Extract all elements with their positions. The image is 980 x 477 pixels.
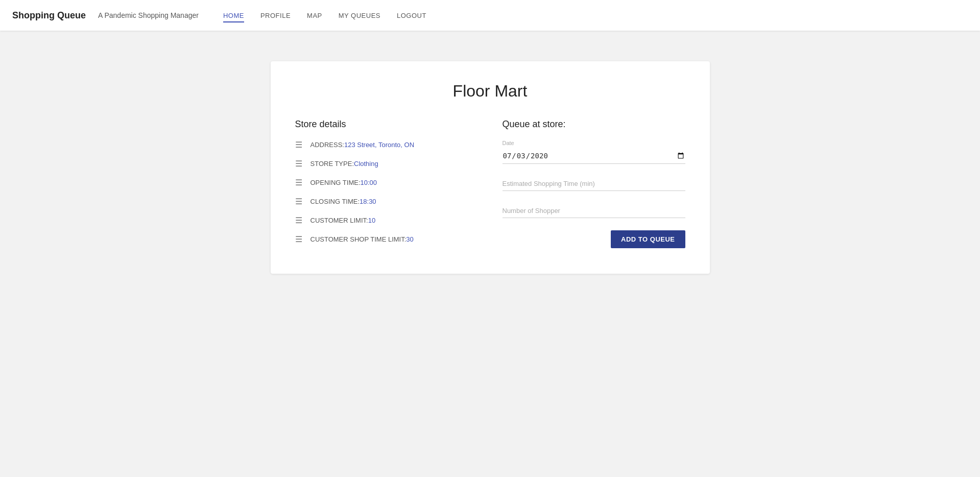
list-item: ☰ ADDRESS: 123 Street, Toronto, ON <box>295 140 478 150</box>
queue-heading: Queue at store: <box>503 119 685 130</box>
nav-link-map[interactable]: MAP <box>307 12 322 21</box>
detail-shoptimelimit-value: 30 <box>406 235 413 243</box>
list-item: ☰ STORE TYPE: Clothing <box>295 159 478 169</box>
store-name: Floor Mart <box>295 82 685 101</box>
detail-closetime-value: 18:30 <box>360 198 376 205</box>
store-details-section: Store details ☰ ADDRESS: 123 Street, Tor… <box>295 119 478 253</box>
queue-section: Queue at store: Date ADD TO QUEUE <box>503 119 685 253</box>
nav-item-home[interactable]: HOME <box>223 11 244 20</box>
page-content: Floor Mart Store details ☰ ADDRESS: 123 … <box>0 31 980 304</box>
store-details-heading: Store details <box>295 119 478 130</box>
nav-links: HOME PROFILE MAP MY QUEUES LOGOUT <box>223 11 426 20</box>
navbar: Shopping Queue A Pandemic Shopping Manag… <box>0 0 980 31</box>
detail-storetype-label: STORE TYPE: <box>310 160 354 168</box>
nav-item-profile[interactable]: PROFILE <box>260 11 291 20</box>
list-icon: ☰ <box>295 216 302 225</box>
detail-closetime-label: CLOSING TIME: <box>310 198 360 205</box>
list-icon: ☰ <box>295 140 302 150</box>
nav-link-home[interactable]: HOME <box>223 12 244 22</box>
detail-storetype-value: Clothing <box>354 160 378 168</box>
list-icon: ☰ <box>295 234 302 244</box>
detail-shoptimelimit-label: CUSTOMER SHOP TIME LIMIT: <box>310 235 407 243</box>
nav-item-logout[interactable]: LOGOUT <box>397 11 426 20</box>
detail-opentime-label: OPENING TIME: <box>310 179 361 186</box>
detail-customerlimit-label: CUSTOMER LIMIT: <box>310 217 368 224</box>
app-brand: Shopping Queue <box>12 10 86 21</box>
est-time-form-group <box>503 176 685 191</box>
list-icon: ☰ <box>295 197 302 206</box>
nav-link-profile[interactable]: PROFILE <box>260 12 291 21</box>
estimated-shopping-time-input[interactable] <box>503 176 685 191</box>
list-item: ☰ CUSTOMER SHOP TIME LIMIT: 30 <box>295 234 478 244</box>
nav-item-map[interactable]: MAP <box>307 11 322 20</box>
list-item: ☰ CLOSING TIME: 18:30 <box>295 197 478 206</box>
date-input[interactable] <box>503 148 685 164</box>
number-of-shopper-input[interactable] <box>503 203 685 218</box>
list-item: ☰ CUSTOMER LIMIT: 10 <box>295 216 478 225</box>
nav-item-myqueues[interactable]: MY QUEUES <box>339 11 380 20</box>
num-shopper-form-group <box>503 203 685 218</box>
add-to-queue-button[interactable]: ADD TO QUEUE <box>611 230 685 248</box>
card-body: Store details ☰ ADDRESS: 123 Street, Tor… <box>295 119 685 253</box>
detail-address-value: 123 Street, Toronto, ON <box>344 141 414 149</box>
nav-link-logout[interactable]: LOGOUT <box>397 12 426 21</box>
nav-link-myqueues[interactable]: MY QUEUES <box>339 12 380 21</box>
app-subtitle: A Pandemic Shopping Manager <box>98 11 199 19</box>
list-icon: ☰ <box>295 159 302 169</box>
list-item: ☰ OPENING TIME: 10:00 <box>295 178 478 187</box>
detail-customerlimit-value: 10 <box>368 217 375 224</box>
date-form-group: Date <box>503 140 685 164</box>
detail-opentime-value: 10:00 <box>361 179 377 186</box>
list-icon: ☰ <box>295 178 302 187</box>
detail-address-label: ADDRESS: <box>310 141 344 149</box>
store-card: Floor Mart Store details ☰ ADDRESS: 123 … <box>271 61 710 274</box>
date-label: Date <box>503 140 685 146</box>
